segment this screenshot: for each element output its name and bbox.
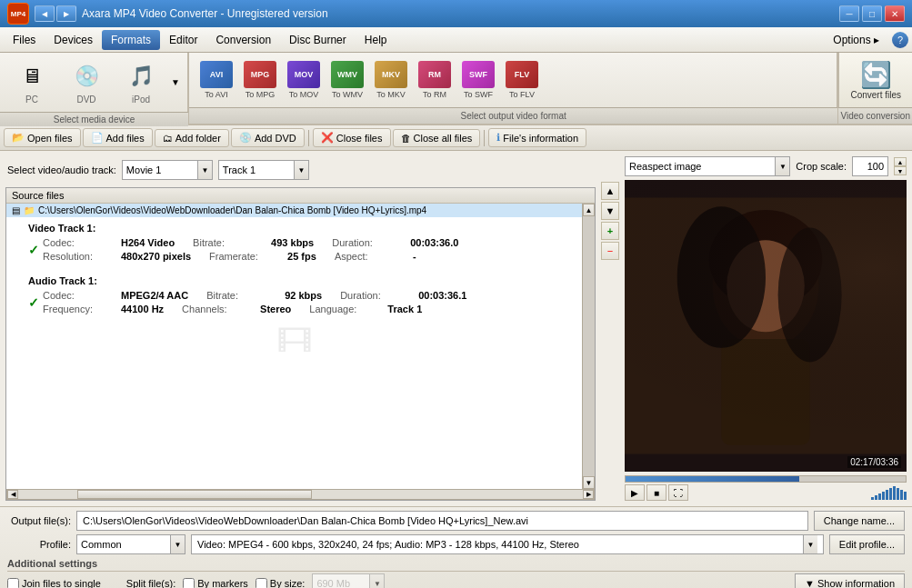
- format-avi[interactable]: AVI To AVI: [195, 57, 238, 103]
- image-mode-select[interactable]: Reaspect image: [626, 157, 775, 175]
- edit-profile-button[interactable]: Edit profile...: [829, 534, 905, 554]
- menu-help[interactable]: Help: [356, 30, 396, 50]
- menubar: Files Devices Formats Editor Conversion …: [0, 27, 912, 53]
- crop-input[interactable]: [852, 156, 888, 176]
- track-selector-label: Select video/audio track:: [7, 164, 116, 175]
- device-ipod[interactable]: 🎵 iPod: [115, 56, 167, 108]
- movie-select-wrapper[interactable]: Movie 1 ▼: [122, 160, 213, 180]
- format-rm[interactable]: RM To RM: [413, 57, 456, 103]
- menu-devices[interactable]: Devices: [45, 30, 102, 50]
- fullscreen-button[interactable]: ⛶: [668, 484, 688, 501]
- volume-control[interactable]: [871, 485, 907, 500]
- mpg-icon: MPG: [244, 61, 276, 88]
- change-name-button[interactable]: Change name...: [814, 511, 905, 531]
- movie-select-arrow[interactable]: ▼: [197, 161, 212, 179]
- by-size-checkbox-item[interactable]: By size:: [256, 578, 306, 589]
- join-files-checkbox[interactable]: [7, 578, 19, 589]
- image-mode-select-wrapper[interactable]: Reaspect image ▼: [625, 156, 790, 176]
- menu-conversion[interactable]: Conversion: [206, 30, 280, 50]
- profile-desc-arrow[interactable]: ▼: [803, 535, 817, 553]
- close-button[interactable]: ✕: [885, 5, 905, 22]
- size-select-wrapper[interactable]: 690 Mb ▼: [312, 573, 385, 588]
- scroll-down-btn[interactable]: ▼: [583, 476, 595, 489]
- add-folder-btn[interactable]: 🗂 Add folder: [155, 129, 229, 147]
- vol-bar-2: [878, 493, 881, 500]
- convert-button[interactable]: 🔄 Convert files: [838, 53, 912, 107]
- mkv-icon: MKV: [375, 61, 407, 88]
- options-button[interactable]: Options ▸: [826, 31, 887, 49]
- device-scroll-down[interactable]: ▼: [169, 77, 182, 87]
- join-files-checkbox-item[interactable]: Join files to single: [7, 578, 101, 589]
- maximize-button[interactable]: □: [862, 5, 882, 22]
- crop-spinner[interactable]: ▲ ▼: [894, 157, 907, 175]
- file-info-btn[interactable]: ℹ File's information: [488, 128, 586, 147]
- track-select-wrapper[interactable]: Track 1 ▼: [218, 160, 309, 180]
- app-logo: MP4: [7, 3, 29, 25]
- image-mode-arrow[interactable]: ▼: [775, 157, 789, 175]
- help-icon[interactable]: ?: [892, 32, 908, 48]
- time-display: 02:17/03:36: [847, 456, 901, 468]
- horizontal-scrollbar[interactable]: ◀ ▶: [6, 489, 595, 500]
- stop-button[interactable]: ■: [646, 484, 666, 501]
- scroll-up-btn[interactable]: ▲: [583, 204, 595, 216]
- track-select[interactable]: Track 1: [219, 161, 294, 179]
- menu-disc-burner[interactable]: Disc Burner: [280, 30, 356, 50]
- forward-btn[interactable]: ▶: [56, 5, 76, 22]
- file-entry[interactable]: ▤ 📁 C:\Users\OlenGor\Videos\VideoWebDown…: [6, 204, 582, 217]
- output-path-input[interactable]: [76, 511, 808, 531]
- h-scroll-left[interactable]: ◀: [7, 490, 18, 499]
- vol-bar-3: [882, 492, 885, 500]
- profile-select-wrapper[interactable]: Common ▼: [76, 534, 185, 554]
- side-add-btn[interactable]: +: [601, 222, 619, 240]
- minimize-button[interactable]: ─: [839, 5, 859, 22]
- video-bitrate-row: Bitrate: 493 kbps: [193, 236, 314, 249]
- side-up-btn[interactable]: ▲: [601, 182, 619, 200]
- by-size-checkbox[interactable]: [256, 578, 267, 589]
- profile-select-arrow[interactable]: ▼: [170, 535, 185, 553]
- play-button[interactable]: ▶: [625, 484, 645, 501]
- format-flv[interactable]: FLV To FLV: [500, 57, 544, 103]
- menu-editor[interactable]: Editor: [160, 30, 206, 50]
- menu-formats[interactable]: Formats: [102, 30, 160, 50]
- quick-access-btn[interactable]: ◀: [35, 5, 55, 22]
- add-files-btn[interactable]: 📄 Add files: [83, 128, 153, 147]
- format-wmv[interactable]: WMV To WMV: [326, 57, 369, 103]
- h-scroll-thumb[interactable]: [77, 490, 312, 499]
- by-markers-checkbox[interactable]: [183, 578, 195, 589]
- format-mpg[interactable]: MPG To MPG: [238, 57, 282, 103]
- menu-files[interactable]: Files: [4, 30, 45, 50]
- device-dvd[interactable]: 💿 DVD: [60, 56, 113, 108]
- audio-duration-row: Duration: 00:03:36.1: [340, 289, 466, 302]
- crop-down-btn[interactable]: ▼: [894, 166, 907, 175]
- video-resolution-row: Resolution: 480x270 pixels: [43, 250, 191, 263]
- profile-select[interactable]: Common: [77, 535, 170, 553]
- open-files-btn[interactable]: 📂 Open files: [4, 128, 81, 147]
- profile-description: Video: MPEG4 - 600 kbps, 320x240, 24 fps…: [191, 534, 824, 554]
- side-down-btn[interactable]: ▼: [601, 202, 619, 220]
- swf-icon: SWF: [462, 61, 495, 88]
- source-scrollbar[interactable]: ▲ ▼: [582, 204, 595, 489]
- side-remove-btn[interactable]: −: [601, 242, 619, 260]
- format-swf[interactable]: SWF To SWF: [456, 57, 500, 103]
- size-select-arrow[interactable]: ▼: [369, 574, 384, 588]
- crop-up-btn[interactable]: ▲: [894, 157, 907, 166]
- by-markers-checkbox-item[interactable]: By markers: [183, 578, 248, 589]
- h-scroll-right[interactable]: ▶: [583, 490, 594, 499]
- format-mkv[interactable]: MKV To MKV: [369, 57, 413, 103]
- additional-header: Additional settings: [7, 558, 905, 572]
- progress-bar[interactable]: [625, 475, 907, 483]
- size-select[interactable]: 690 Mb: [313, 574, 369, 588]
- close-all-files-btn[interactable]: 🗑 Close all files: [393, 129, 481, 147]
- add-dvd-btn[interactable]: 💿 Add DVD: [231, 128, 305, 147]
- info-icon: ℹ: [496, 132, 500, 144]
- movie-select[interactable]: Movie 1: [123, 161, 197, 179]
- track-select-arrow[interactable]: ▼: [294, 161, 308, 179]
- show-info-button[interactable]: ▼ Show information: [795, 573, 905, 588]
- device-pc[interactable]: 🖥 PC: [5, 56, 58, 108]
- close-files-btn[interactable]: ❌ Close files: [313, 128, 391, 147]
- audio-codec-row: Codec: MPEG2/4 AAC: [43, 289, 188, 302]
- side-buttons: ▲ ▼ + −: [601, 182, 619, 501]
- add-folder-icon: 🗂: [163, 133, 173, 144]
- ipod-icon: 🎵: [122, 60, 160, 93]
- format-mov[interactable]: MOV To MOV: [282, 57, 326, 103]
